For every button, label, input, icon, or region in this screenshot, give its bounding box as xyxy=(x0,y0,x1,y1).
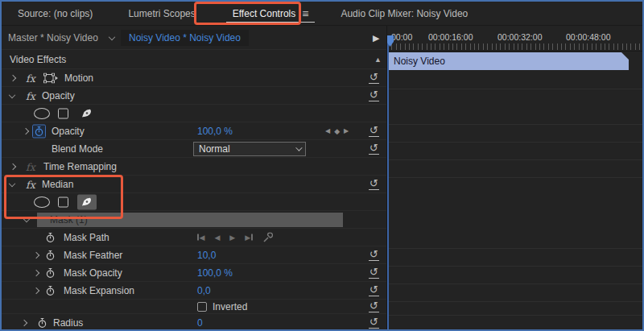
ruler-label: 00:00:16:00 xyxy=(428,32,473,42)
row-separator xyxy=(387,177,642,178)
chevron-right-icon[interactable] xyxy=(10,163,16,169)
reset-icon[interactable]: ↺ xyxy=(369,285,379,296)
mask-1-selected-bar[interactable]: Mask (1) xyxy=(37,213,343,227)
fx-badge-icon[interactable]: fx xyxy=(26,89,35,101)
row-blend-mode: Blend Mode Normal ↺ xyxy=(2,140,386,158)
inverted-checkbox[interactable] xyxy=(197,302,207,312)
ruler-ticks[interactable] xyxy=(387,43,642,50)
stopwatch-icon[interactable] xyxy=(46,232,55,242)
reset-icon[interactable]: ↺ xyxy=(369,72,379,84)
motion-icon xyxy=(43,72,59,83)
row-mask-path: Mask Path ◀ ◀ ▶ ▶ xyxy=(2,229,386,246)
track-backward-icon[interactable]: ◀ xyxy=(214,234,220,242)
ruler-label: 00:00:48:00 xyxy=(566,32,610,42)
radius-value[interactable]: 0 xyxy=(197,317,203,329)
fx-badge-icon[interactable]: fx xyxy=(26,72,35,84)
chevron-right-icon[interactable] xyxy=(10,74,16,81)
effect-label-opacity[interactable]: Opacity xyxy=(42,90,75,101)
rectangle-mask-tool-icon[interactable] xyxy=(58,197,68,207)
prev-keyframe-icon[interactable]: ◀ xyxy=(325,127,330,134)
ellipse-mask-tool-icon[interactable] xyxy=(34,108,50,119)
param-label-radius[interactable]: Radius xyxy=(53,317,83,329)
row-separator xyxy=(387,301,642,302)
panel-menu-icon[interactable]: ≡ xyxy=(302,10,308,18)
row-separator xyxy=(387,315,642,316)
param-label-opacity[interactable]: Opacity xyxy=(52,126,85,137)
row-time-remapping: fx Time Remapping xyxy=(2,158,386,176)
pen-mask-tool-icon[interactable] xyxy=(77,106,97,121)
param-label-mask-feather[interactable]: Mask Feather xyxy=(64,250,122,261)
effect-controls-panel: Source: (no clips) Lumetri Scopes Effect… xyxy=(0,0,644,331)
row-motion: fx Motion ↺ xyxy=(2,69,386,87)
fx-badge-icon: fx xyxy=(26,160,35,172)
chevron-down-icon[interactable] xyxy=(9,91,15,97)
effect-label-time-remapping[interactable]: Time Remapping xyxy=(43,161,117,172)
param-label-blend-mode: Blend Mode xyxy=(52,143,103,155)
playhead-line[interactable] xyxy=(387,36,389,329)
timeline-clip[interactable]: Noisy Video xyxy=(388,52,629,70)
chevron-right-icon[interactable] xyxy=(23,127,29,134)
reset-icon[interactable]: ↺ xyxy=(369,267,379,279)
track-method-wrench-icon[interactable] xyxy=(262,232,273,242)
row-inverted: Inverted ↺ xyxy=(2,300,386,314)
param-label-mask-opacity[interactable]: Mask Opacity xyxy=(64,267,122,279)
reset-icon[interactable]: ↺ xyxy=(369,90,379,101)
row-separator xyxy=(387,142,642,143)
reset-icon[interactable]: ↺ xyxy=(369,143,379,155)
fx-badge-icon[interactable]: fx xyxy=(26,178,35,190)
chevron-right-icon[interactable] xyxy=(33,251,39,258)
blend-mode-value: Normal xyxy=(199,143,230,155)
track-back-one-frame-icon[interactable]: ◀ xyxy=(197,234,204,242)
effect-label-median[interactable]: Median xyxy=(42,179,73,190)
next-keyframe-icon[interactable]: ▶ xyxy=(344,127,349,134)
row-separator xyxy=(387,283,642,284)
chevron-down-icon[interactable] xyxy=(109,33,115,39)
mask-1-label: Mask (1) xyxy=(50,214,88,225)
stopwatch-icon[interactable] xyxy=(46,285,55,296)
reset-icon[interactable]: ↺ xyxy=(369,317,379,329)
mask-expansion-value[interactable]: 0,0 xyxy=(197,285,211,296)
row-radius: Radius 0 ↺ xyxy=(2,314,386,331)
stopwatch-icon[interactable] xyxy=(46,250,55,260)
pen-mask-tool-icon-selected[interactable] xyxy=(77,194,97,209)
rectangle-mask-tool-icon[interactable] xyxy=(58,108,68,118)
stopwatch-icon[interactable] xyxy=(46,267,55,278)
tab-audio-clip-mixer[interactable]: Audio Clip Mixer: Noisy Video xyxy=(336,8,473,19)
effect-label-motion[interactable]: Motion xyxy=(64,72,93,84)
param-label-mask-path[interactable]: Mask Path xyxy=(64,232,109,243)
effect-controls-timeline[interactable]: 00:00 00:00:16:00 00:00:32:00 00:00:48:0… xyxy=(387,26,642,329)
effect-controls-list: Master * Noisy Video Noisy Video * Noisy… xyxy=(2,26,387,329)
tab-effect-controls-label: Effect Controls xyxy=(233,8,295,19)
reset-icon[interactable]: ↺ xyxy=(369,301,379,312)
stopwatch-icon[interactable] xyxy=(32,124,46,138)
row-median-effect: fx Median ↺ xyxy=(2,176,386,193)
opacity-value[interactable]: 100,0 % xyxy=(197,126,233,137)
tab-source[interactable]: Source: (no clips) xyxy=(13,8,97,19)
blend-mode-dropdown[interactable]: Normal xyxy=(193,142,306,156)
chevron-right-icon[interactable] xyxy=(33,287,39,293)
chevron-right-icon[interactable] xyxy=(21,319,27,325)
play-around-icon[interactable]: ▶ xyxy=(373,32,379,43)
reset-icon[interactable]: ↺ xyxy=(369,179,379,190)
chevron-down-icon[interactable] xyxy=(23,215,30,221)
mask-opacity-value[interactable]: 100,0 % xyxy=(197,267,233,279)
collapse-icon[interactable]: ▲ xyxy=(374,56,382,64)
ellipse-mask-tool-icon[interactable] xyxy=(34,197,50,208)
mask-feather-value[interactable]: 10,0 xyxy=(197,250,216,261)
sequence-clip-label[interactable]: Noisy Video * Noisy Video xyxy=(121,30,249,46)
video-effects-label: Video Effects xyxy=(10,54,66,65)
row-median-mask-tools xyxy=(2,193,386,211)
add-keyframe-icon[interactable]: ◆ xyxy=(334,127,340,135)
param-label-mask-expansion[interactable]: Mask Expansion xyxy=(64,285,134,296)
chevron-down-icon[interactable] xyxy=(9,180,15,186)
video-effects-header[interactable]: Video Effects ▲ xyxy=(2,50,386,69)
reset-icon[interactable]: ↺ xyxy=(369,250,379,261)
tab-lumetri-scopes[interactable]: Lumetri Scopes xyxy=(123,8,200,19)
master-clip-label[interactable]: Master * Noisy Video xyxy=(8,32,98,43)
track-forward-icon[interactable]: ▶ xyxy=(229,234,235,242)
track-forward-one-frame-icon[interactable]: ▶ xyxy=(245,234,252,242)
stopwatch-icon[interactable] xyxy=(38,317,47,328)
tab-effect-controls[interactable]: Effect Controls ≡ xyxy=(226,5,316,23)
reset-icon[interactable]: ↺ xyxy=(369,126,379,137)
chevron-right-icon[interactable] xyxy=(33,269,39,275)
